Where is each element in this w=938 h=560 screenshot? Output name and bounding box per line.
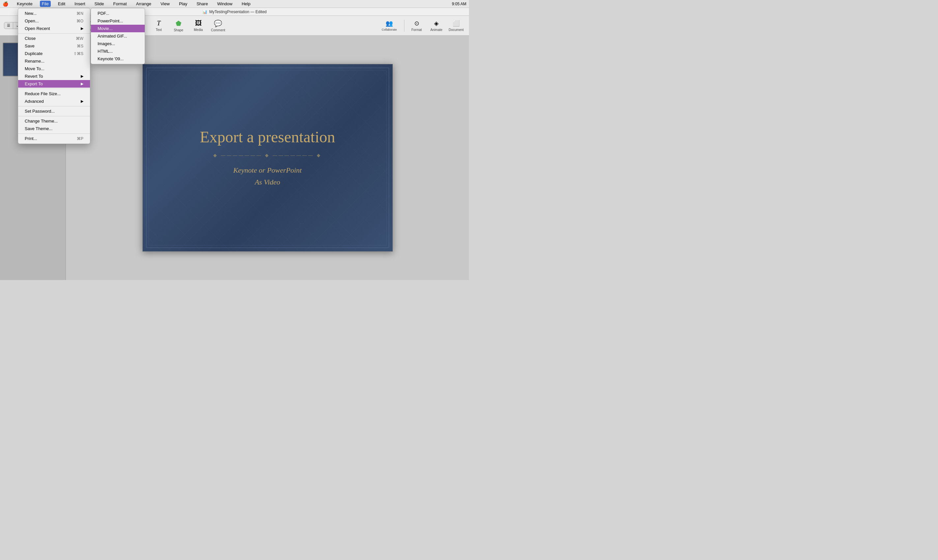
menu-open[interactable]: Open... ⌘O bbox=[18, 17, 90, 25]
menu-sep-4 bbox=[18, 116, 90, 116]
export-pdf[interactable]: PDF... bbox=[91, 9, 145, 17]
menubar-view[interactable]: View bbox=[159, 1, 172, 7]
export-images[interactable]: Images... bbox=[91, 40, 145, 48]
menubar-format[interactable]: Format bbox=[111, 1, 129, 7]
slide-subtitle-line2: As Video bbox=[255, 178, 280, 186]
menubar-insert[interactable]: Insert bbox=[72, 1, 87, 7]
menu-save-theme[interactable]: Save Theme... bbox=[18, 125, 90, 132]
toolbar-divider-3 bbox=[404, 20, 404, 32]
menubar-help[interactable]: Help bbox=[240, 1, 253, 7]
menu-bar: 🍎 Keynote File Edit Insert Slide Format … bbox=[0, 0, 469, 8]
menubar-slide[interactable]: Slide bbox=[92, 1, 106, 7]
format-icon: ⊙ bbox=[414, 20, 419, 27]
view-panel-btn[interactable]: ☰ bbox=[4, 22, 13, 29]
menubar-time: 9:05 AM bbox=[452, 2, 467, 6]
text-tool[interactable]: T Text bbox=[150, 17, 168, 34]
menubar-right: 9:05 AM bbox=[452, 2, 467, 6]
comment-label: Comment bbox=[211, 28, 225, 32]
format-label: Format bbox=[411, 28, 422, 32]
menu-sep-1 bbox=[18, 33, 90, 34]
menubar-file[interactable]: File bbox=[40, 1, 51, 7]
menu-export-to[interactable]: Export To ▶ bbox=[18, 80, 90, 88]
animate-icon: ◈ bbox=[434, 20, 439, 27]
menubar-play[interactable]: Play bbox=[177, 1, 189, 7]
export-animated-gif[interactable]: Animated GIF... bbox=[91, 32, 145, 40]
menu-print[interactable]: Print... ⌘P bbox=[18, 135, 90, 142]
shape-label: Shape bbox=[174, 28, 183, 32]
titlebar-content: 📊 MyTestingPresentation — Edited bbox=[202, 9, 266, 14]
menu-move-to[interactable]: Move To... bbox=[18, 65, 90, 72]
media-tool[interactable]: 🖼 Media bbox=[189, 17, 207, 34]
slide-subtitle: Keynote or PowerPoint As Video bbox=[233, 165, 302, 188]
menu-sep-2 bbox=[18, 89, 90, 89]
menu-new[interactable]: New... ⌘N bbox=[18, 9, 90, 17]
file-menu: New... ⌘N Open... ⌘O Open Recent ▶ Close… bbox=[18, 8, 90, 144]
slide-canvas[interactable]: Export a presentation ◆ ——————— ◆ ——————… bbox=[142, 64, 393, 252]
animate-label: Animate bbox=[430, 28, 443, 32]
menu-set-password[interactable]: Set Password... bbox=[18, 108, 90, 115]
media-icon: 🖼 bbox=[195, 20, 202, 27]
menubar-edit[interactable]: Edit bbox=[56, 1, 67, 7]
collaborate-icon: 👥 bbox=[386, 20, 393, 27]
menu-revert-to[interactable]: Revert To ▶ bbox=[18, 72, 90, 80]
menubar-arrange[interactable]: Arrange bbox=[134, 1, 153, 7]
menu-save[interactable]: Save ⌘S bbox=[18, 42, 90, 50]
shape-tool[interactable]: ⬟ Shape bbox=[170, 17, 188, 34]
text-icon: T bbox=[157, 20, 160, 27]
collaborate-tool[interactable]: 👥 Collaborate bbox=[378, 17, 401, 34]
menu-open-recent[interactable]: Open Recent ▶ bbox=[18, 25, 90, 32]
window-title: MyTestingPresentation — Edited bbox=[209, 9, 266, 14]
canvas-area: Export a presentation ◆ ——————— ◆ ——————… bbox=[66, 35, 469, 280]
menu-advanced[interactable]: Advanced ▶ bbox=[18, 97, 90, 105]
menubar-keynote[interactable]: Keynote bbox=[15, 1, 35, 7]
menu-close[interactable]: Close ⌘W bbox=[18, 35, 90, 42]
format-tool[interactable]: ⊙ Format bbox=[408, 17, 425, 34]
menubar-window[interactable]: Window bbox=[215, 1, 234, 7]
animate-tool[interactable]: ◈ Animate bbox=[427, 17, 445, 34]
export-keynote-09[interactable]: Keynote '09... bbox=[91, 55, 145, 63]
menubar-share[interactable]: Share bbox=[194, 1, 210, 7]
menu-reduce-size[interactable]: Reduce File Size... bbox=[18, 90, 90, 97]
export-submenu: PDF... PowerPoint... Movie... Animated G… bbox=[91, 8, 145, 64]
shape-icon: ⬟ bbox=[176, 20, 181, 27]
keynote-file-icon: 📊 bbox=[202, 9, 207, 14]
slide-subtitle-line1: Keynote or PowerPoint bbox=[233, 166, 302, 174]
export-movie[interactable]: Movie... bbox=[91, 25, 145, 32]
menu-duplicate[interactable]: Duplicate ⇧⌘S bbox=[18, 50, 90, 57]
media-label: Media bbox=[194, 28, 203, 32]
document-tool[interactable]: ⬜ Document bbox=[447, 17, 465, 34]
text-label: Text bbox=[156, 28, 162, 32]
collaborate-label: Collaborate bbox=[382, 28, 397, 31]
apple-logo[interactable]: 🍎 bbox=[3, 1, 8, 6]
slide-title: Export a presentation bbox=[200, 128, 335, 146]
slide-divider: ◆ ——————— ◆ ——————— ◆ bbox=[213, 152, 322, 158]
document-icon: ⬜ bbox=[453, 20, 460, 27]
export-html[interactable]: HTML... bbox=[91, 48, 145, 55]
comment-tool[interactable]: 💬 Comment bbox=[209, 17, 227, 34]
document-label: Document bbox=[448, 28, 464, 32]
export-powerpoint[interactable]: PowerPoint... bbox=[91, 17, 145, 25]
menu-rename[interactable]: Rename... bbox=[18, 57, 90, 65]
comment-icon: 💬 bbox=[214, 20, 222, 27]
menu-sep-3 bbox=[18, 106, 90, 106]
menu-change-theme[interactable]: Change Theme... bbox=[18, 117, 90, 125]
